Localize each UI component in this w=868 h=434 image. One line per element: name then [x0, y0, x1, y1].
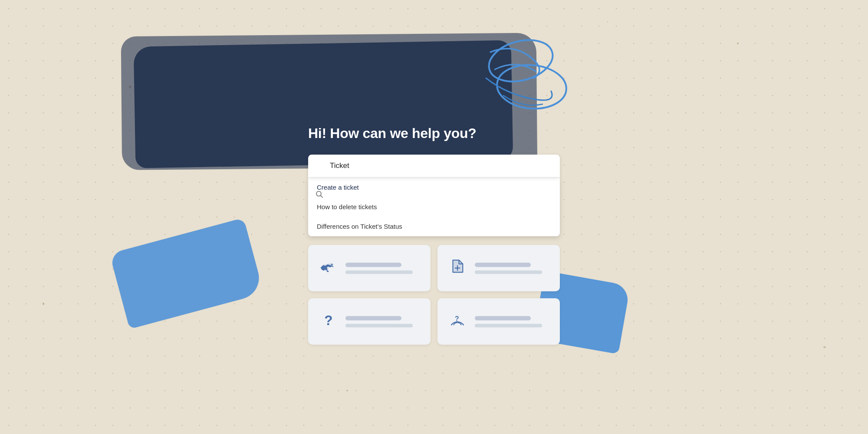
card-line-2 [475, 270, 542, 274]
card-question-text [345, 316, 420, 327]
card-handshake-text [345, 263, 420, 274]
help-widget: Hi! How can we help you? Create a ticket… [286, 108, 582, 345]
card-line-2 [345, 270, 413, 274]
card-support-text [475, 316, 549, 327]
blue-paint-stroke-left [109, 218, 264, 329]
card-question[interactable]: ? [308, 298, 431, 345]
dropdown-item-delete-tickets[interactable]: How to delete tickets [308, 197, 560, 217]
card-line-1 [475, 316, 531, 320]
dropdown-item-create-ticket[interactable]: Create a ticket [308, 178, 560, 197]
search-container: Create a ticket How to delete tickets Di… [308, 155, 560, 236]
card-line-1 [345, 316, 401, 320]
card-handshake[interactable] [308, 245, 431, 291]
support-icon: ? [448, 310, 467, 332]
svg-text:?: ? [324, 312, 332, 328]
card-line-2 [345, 324, 413, 327]
category-cards: ? ? [308, 245, 560, 345]
question-icon: ? [319, 310, 338, 332]
card-line-2 [475, 324, 542, 327]
widget-header: Hi! How can we help you? [286, 108, 582, 155]
search-input[interactable] [308, 155, 560, 177]
new-document-icon [448, 257, 467, 279]
card-new-document[interactable] [437, 245, 560, 291]
svg-point-4 [331, 263, 333, 266]
card-support[interactable]: ? [437, 298, 560, 345]
card-new-document-text [475, 263, 549, 274]
header-title: Hi! How can we help you? [308, 125, 560, 141]
search-dropdown: Create a ticket How to delete tickets Di… [308, 177, 560, 236]
card-line-1 [345, 263, 401, 267]
dropdown-item-ticket-status[interactable]: Differences on Ticket's Status [308, 217, 560, 236]
svg-text:?: ? [455, 315, 459, 322]
handshake-icon [319, 257, 338, 279]
card-line-1 [475, 263, 531, 267]
search-icon [315, 190, 324, 201]
svg-line-3 [321, 195, 323, 197]
